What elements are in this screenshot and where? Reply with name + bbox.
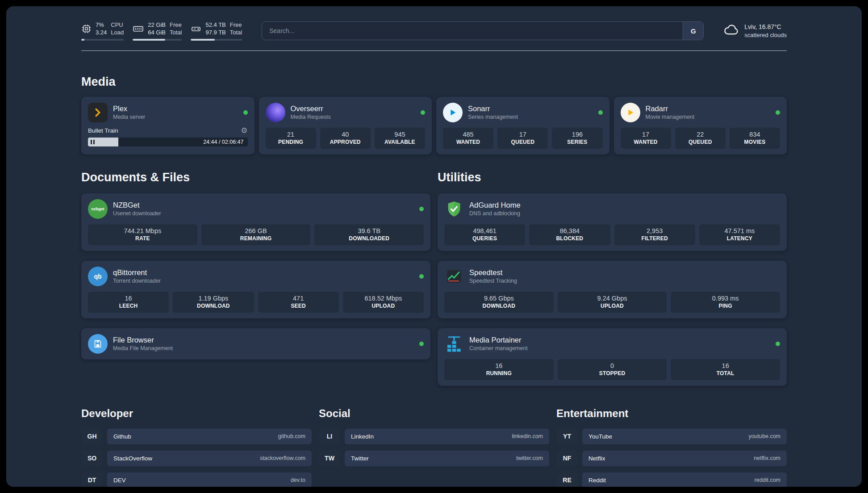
portainer-icon <box>444 334 464 354</box>
stat-wanted: 485 WANTED <box>443 128 493 149</box>
cpu-progress-bar <box>81 39 124 41</box>
status-dot <box>243 110 248 115</box>
bookmark-url: github.com <box>278 433 305 439</box>
stat-filtered: 2,953 FILTERED <box>614 224 695 245</box>
app-card-overseerr[interactable]: Overseerr Media Requests 21 PENDING 40 A… <box>259 97 432 155</box>
app-card-sonarr[interactable]: Sonarr Series management 485 WANTED 17 Q… <box>436 97 609 155</box>
stat-value: 17 <box>519 131 526 138</box>
search-input[interactable] <box>262 21 704 40</box>
app-subtitle: Media server <box>113 114 145 120</box>
bookmark-stackoverflow[interactable]: SO StackOverflow stackoverflow.com <box>81 451 312 466</box>
stat-download: 1.19 Gbps DOWNLOAD <box>173 292 254 313</box>
bookmark-name: Github <box>113 433 131 440</box>
stat-label: DOWNLOADED <box>349 235 389 242</box>
stat-queued: 22 QUEUED <box>675 128 726 149</box>
adguard-stats: 498,461 QUERIES 86,384 BLOCKED 2,953 FIL… <box>444 224 780 245</box>
disk-progress-bar <box>191 39 242 41</box>
bookmark-url: twitter.com <box>516 455 543 461</box>
stat-label: APPROVED <box>330 139 361 145</box>
app-card-filebrowser[interactable]: File Browser Media File Management <box>81 328 430 359</box>
app-card-nzbget[interactable]: nzbget NZBGet Usenet downloader 744.21 M… <box>81 193 430 251</box>
stat-label: DOWNLOAD <box>483 303 516 309</box>
stat-label: BLOCKED <box>556 235 584 242</box>
bookmark-linkedin[interactable]: LI LinkedIn linkedin.com <box>319 429 549 444</box>
disk-labels: Free Total <box>230 21 242 37</box>
stat-ping: 0.993 ms PING <box>671 292 780 313</box>
qbittorrent-stats: 16 LEECH 1.19 Gbps DOWNLOAD 471 SEED 6 <box>88 292 424 313</box>
stat-label: LEECH <box>119 303 138 309</box>
stat-value: 16 <box>495 362 502 369</box>
plex-now-playing: Bullet Train ⚙ 24:44 / 02:06:47 <box>88 127 248 146</box>
stat-value: 945 <box>394 131 405 138</box>
groups-row: Documents & Files nzbget NZBGet Usenet d… <box>81 171 787 386</box>
app-card-radarr[interactable]: Radarr Movie management 17 WANTED 22 QUE… <box>614 97 787 155</box>
app-subtitle: Container management <box>469 345 528 351</box>
bookmark-url: netflix.com <box>754 455 780 461</box>
ram-progress-bar <box>133 39 182 41</box>
status-dot <box>419 274 424 279</box>
stat-value: 40 <box>342 131 349 138</box>
app-card-qbittorrent[interactable]: qb qBittorrent Torrent downloader 16 LEE… <box>81 261 430 318</box>
ram-values: 22 GiB 64 GiB <box>148 21 166 37</box>
stat-total: 16 TOTAL <box>671 359 780 380</box>
search-bar: G <box>262 21 704 40</box>
app-card-plex[interactable]: Plex Media server Bullet Train ⚙ <box>81 97 255 155</box>
bookmark-reddit[interactable]: RE Reddit reddit.com <box>556 472 787 487</box>
stat-label: SEED <box>291 303 305 309</box>
bookmark-youtube[interactable]: YT YouTube youtube.com <box>556 429 787 444</box>
status-dot <box>419 342 424 346</box>
topbar-divider <box>81 50 787 51</box>
stat-label: PENDING <box>278 139 303 145</box>
stat-latency: 47.571 ms LATENCY <box>699 224 780 245</box>
app-name: File Browser <box>113 336 173 344</box>
bookmark-dev-to[interactable]: DT DEV dev.to <box>81 472 312 487</box>
disk-icon <box>191 24 201 34</box>
stat-value: 834 <box>749 131 760 138</box>
stat-label: RUNNING <box>486 370 512 376</box>
cpu-icon <box>81 24 92 34</box>
disk-values: 52.4 TB 97.9 TB <box>205 21 225 37</box>
widget-settings-gear-icon[interactable]: ⚙ <box>241 127 247 134</box>
stat-value: 2,953 <box>647 227 663 234</box>
search-engine-button[interactable]: G <box>683 22 703 40</box>
pause-icon[interactable] <box>91 140 95 144</box>
stat-stopped: 0 STOPPED <box>558 359 667 380</box>
section-title-documents: Documents & Files <box>81 171 430 184</box>
stat-value: 17 <box>642 131 649 138</box>
stat-value: 618.52 Mbps <box>364 295 402 302</box>
nzbget-icon: nzbget <box>88 199 108 219</box>
stat-value: 498,461 <box>473 227 496 234</box>
stat-value: 196 <box>572 131 583 138</box>
bookmark-abbr: RE <box>556 472 578 487</box>
weather-condition: scattered clouds <box>744 31 787 39</box>
app-name: NZBGet <box>113 201 161 209</box>
adguard-icon <box>444 199 464 219</box>
weather-widget[interactable]: Lviv, 16.87°C scattered clouds <box>723 22 787 40</box>
playback-progress-bar[interactable]: 24:44 / 02:06:47 <box>88 138 248 146</box>
stat-value: 266 GB <box>245 227 267 234</box>
app-subtitle: Media File Management <box>113 345 173 351</box>
bookmark-netflix[interactable]: NF Netflix netflix.com <box>556 451 787 466</box>
app-card-adguard[interactable]: AdGuard Home DNS and adblocking 498,461 … <box>438 193 787 251</box>
cpu-label: CPU <box>111 21 124 29</box>
status-dot <box>419 207 424 211</box>
stat-label: LATENCY <box>727 235 752 242</box>
section-title-media: Media <box>81 75 787 89</box>
bookmark-url: dev.to <box>291 477 305 483</box>
bookmark-url: youtube.com <box>748 433 780 439</box>
bookmark-twitter[interactable]: TW Twitter twitter.com <box>319 451 549 466</box>
bookmark-github[interactable]: GH Github github.com <box>81 429 312 444</box>
stat-value: 21 <box>287 131 294 138</box>
bookmark-name: Reddit <box>588 477 606 484</box>
disk-total-label: Total <box>230 29 242 37</box>
ram-monitor: 22 GiB 64 GiB Free Total <box>133 21 182 41</box>
app-card-speedtest[interactable]: Speedtest Speedtest Tracking 9.65 Gbps D… <box>438 261 787 318</box>
bookmark-name: YouTube <box>588 433 612 440</box>
media-grid: Plex Media server Bullet Train ⚙ <box>81 97 787 155</box>
portainer-stats: 16 RUNNING 0 STOPPED 16 TOTAL <box>444 359 780 380</box>
stat-label: AVAILABLE <box>384 139 415 145</box>
app-card-portainer[interactable]: Media Portainer Container management 16 … <box>438 328 787 386</box>
bookmark-abbr: DT <box>81 472 103 487</box>
nzbget-stats: 744.21 Mbps RATE 266 GB REMAINING 39.6 T… <box>88 224 424 245</box>
bookmark-name: StackOverflow <box>113 455 152 462</box>
